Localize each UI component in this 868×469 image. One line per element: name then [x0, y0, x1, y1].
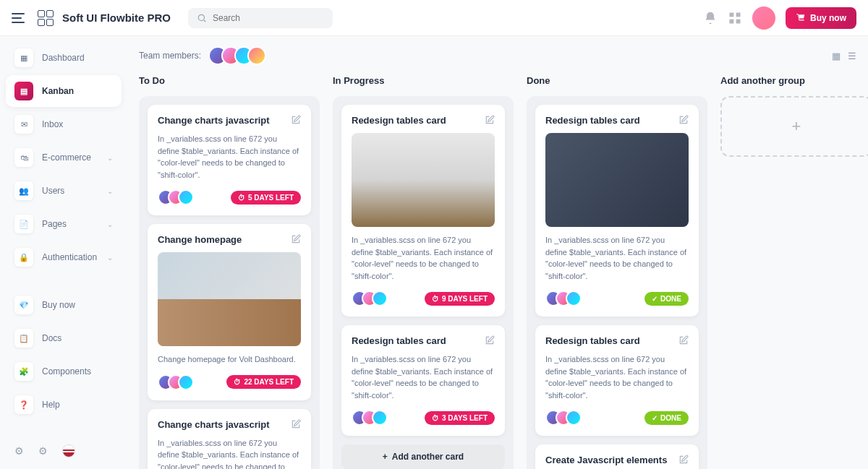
- kanban-card[interactable]: Redesign tables cardIn _variables.scss o…: [535, 105, 699, 317]
- card-title: Change charts javascript: [158, 419, 270, 430]
- sidebar-item-authentication[interactable]: 🔒Authentication⌄: [6, 241, 122, 273]
- edit-icon[interactable]: [291, 419, 301, 429]
- assignee-avatar[interactable]: [566, 410, 582, 426]
- sidebar-item-inbox[interactable]: ✉Inbox: [6, 108, 122, 140]
- card-title: Redesign tables card: [352, 115, 446, 126]
- menu-toggle-button[interactable]: [12, 9, 29, 27]
- add-group-button[interactable]: +: [720, 96, 868, 157]
- list-view-icon[interactable]: ☰: [848, 51, 856, 61]
- column-title: In Progress: [333, 75, 514, 86]
- kanban-card[interactable]: Change charts javascriptIn _variables.sc…: [148, 409, 311, 470]
- card-assignees: [545, 410, 582, 426]
- sidebar-item-buynow[interactable]: 💎Buy now: [6, 289, 122, 321]
- logo-icon: [38, 10, 54, 26]
- status-badge: ⏱3 DAYS LEFT: [425, 411, 495, 425]
- sidebar-item-dashboard[interactable]: ▦Dashboard: [6, 42, 122, 74]
- svg-rect-4: [736, 19, 741, 23]
- clock-icon: ⏱: [234, 378, 241, 386]
- badge-text: DONE: [660, 295, 681, 303]
- sidebar-bottom-tools: ⚙ ⚙: [6, 439, 122, 463]
- edit-icon[interactable]: [678, 455, 689, 465]
- edit-icon[interactable]: [291, 115, 301, 125]
- sidebar-item-ecommerce[interactable]: 🛍E-commerce⌄: [6, 142, 122, 173]
- assignee-avatar[interactable]: [178, 374, 194, 390]
- grid-view-icon[interactable]: ▦: [832, 51, 841, 61]
- sidebar: ▦Dashboard ▤Kanban ✉Inbox 🛍E-commerce⌄ 👥…: [6, 42, 122, 463]
- search-input[interactable]: [213, 13, 324, 23]
- search-icon: [197, 13, 207, 23]
- assignee-avatar[interactable]: [178, 189, 194, 205]
- sidebar-item-kanban[interactable]: ▤Kanban: [6, 75, 122, 107]
- badge-text: DONE: [660, 414, 681, 422]
- card-title: Change homepage: [158, 234, 242, 245]
- user-avatar[interactable]: [752, 7, 775, 30]
- add-group-title: Add another group: [720, 75, 868, 86]
- kanban-card[interactable]: Redesign tables cardIn _variables.scss o…: [341, 105, 505, 317]
- kanban-icon: ▤: [14, 82, 33, 100]
- inbox-icon: ✉: [14, 115, 33, 134]
- sidebar-item-pages[interactable]: 📄Pages⌄: [6, 208, 122, 240]
- add-card-button[interactable]: +Add another card: [341, 444, 505, 469]
- status-badge: ✓DONE: [644, 411, 689, 425]
- brand-title: Soft UI Flowbite PRO: [62, 12, 171, 24]
- kanban-card[interactable]: Redesign tables cardIn _variables.scss o…: [341, 325, 505, 436]
- svg-rect-2: [736, 12, 741, 17]
- card-assignees: [352, 291, 388, 306]
- view-toggles: ▦ ☰: [832, 51, 856, 61]
- card-description: In _variables.scss on line 672 you defin…: [545, 234, 689, 282]
- plus-icon: +: [383, 452, 388, 462]
- edit-icon[interactable]: [291, 234, 301, 244]
- badge-text: 9 DAYS LEFT: [442, 295, 488, 303]
- buy-now-button[interactable]: Buy now: [786, 7, 856, 29]
- ecommerce-icon: 🛍: [14, 148, 33, 167]
- edit-icon[interactable]: [678, 335, 689, 345]
- plus-icon: +: [792, 117, 801, 136]
- card-image: [545, 133, 689, 227]
- card-description: In _variables.scss on line 672 you defin…: [352, 234, 495, 282]
- edit-icon[interactable]: [678, 115, 689, 125]
- sidebar-item-help[interactable]: ❓Help: [6, 389, 122, 421]
- sidebar-item-components[interactable]: 🧩Components: [6, 356, 122, 387]
- card-description: In _variables.scss on line 672 you defin…: [158, 133, 301, 181]
- clock-icon: ⏱: [238, 194, 245, 202]
- column-body: Redesign tables cardIn _variables.scss o…: [333, 96, 514, 469]
- edit-icon[interactable]: [485, 335, 495, 345]
- kanban-card[interactable]: Create Javascript elementsIn _variables.…: [535, 444, 699, 469]
- clock-icon: ⏱: [432, 414, 439, 422]
- team-avatars: [208, 46, 266, 65]
- card-image: [352, 133, 495, 227]
- app-header: Soft UI Flowbite PRO Buy now: [0, 0, 868, 36]
- kanban-card[interactable]: Change charts javascriptIn _variables.sc…: [148, 105, 311, 215]
- status-badge: ⏱9 DAYS LEFT: [425, 292, 495, 306]
- apps-grid-icon[interactable]: [728, 11, 742, 25]
- language-flag-icon[interactable]: [62, 444, 75, 457]
- board-top-bar: Team members: ▦ ☰: [139, 46, 856, 65]
- gear-icon[interactable]: ⚙: [38, 445, 48, 457]
- assignee-avatar[interactable]: [372, 410, 388, 426]
- search-box[interactable]: [188, 8, 333, 28]
- sidebar-item-docs[interactable]: 📋Docs: [6, 322, 122, 354]
- badge-text: 22 DAYS LEFT: [244, 378, 294, 386]
- card-title: Redesign tables card: [545, 335, 640, 346]
- sliders-icon[interactable]: ⚙: [14, 445, 24, 457]
- chevron-down-icon: ⌄: [107, 154, 113, 162]
- card-assignees: [352, 410, 388, 426]
- edit-icon[interactable]: [485, 115, 495, 125]
- help-icon: ❓: [14, 395, 33, 414]
- column-title: To Do: [139, 75, 320, 86]
- card-title: Change charts javascript: [158, 115, 270, 126]
- clock-icon: ⏱: [432, 295, 439, 303]
- kanban-card[interactable]: Redesign tables cardIn _variables.scss o…: [535, 325, 699, 436]
- svg-rect-3: [730, 19, 734, 23]
- bell-icon[interactable]: [703, 11, 718, 25]
- card-description: In _variables.scss on line 672 you defin…: [158, 437, 301, 470]
- chevron-down-icon: ⌄: [107, 220, 113, 228]
- sidebar-item-users[interactable]: 👥Users⌄: [6, 175, 122, 207]
- chevron-down-icon: ⌄: [107, 254, 113, 262]
- status-badge: ⏱5 DAYS LEFT: [231, 191, 301, 205]
- kanban-card[interactable]: Change homepageChange homepage for Volt …: [148, 224, 311, 400]
- assignee-avatar[interactable]: [566, 291, 582, 306]
- status-badge: ⏱22 DAYS LEFT: [226, 375, 301, 389]
- team-avatar[interactable]: [247, 46, 266, 65]
- assignee-avatar[interactable]: [372, 291, 388, 306]
